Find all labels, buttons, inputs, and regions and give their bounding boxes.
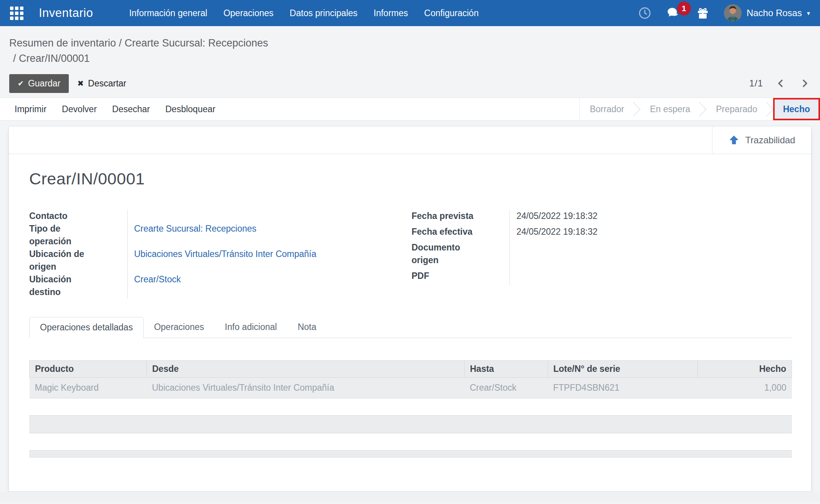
gift-icon[interactable] (696, 6, 709, 20)
menu-item[interactable]: Informes (373, 8, 408, 18)
field-value[interactable]: 24/05/2022 19:18:32 (510, 210, 792, 225)
breadcrumb[interactable]: Resumen de inventario / Crearte Sucursal… (0, 26, 820, 69)
cell-producto[interactable]: Magic Keyboard (30, 378, 147, 398)
messages-icon[interactable]: 1 (666, 6, 682, 20)
table-header-row: ProductoDesdeHastaLote/N° de serieHecho (30, 361, 792, 378)
status-step-label: Hecho (783, 104, 810, 114)
notebook-tabs: Operaciones detalladas Operaciones Info … (29, 317, 792, 338)
statusbar-button[interactable]: Devolver (62, 104, 97, 114)
field-value[interactable]: 24/05/2022 19:18:32 (510, 225, 792, 241)
field-value[interactable] (127, 210, 412, 222)
menu-item[interactable]: Operaciones (223, 8, 273, 18)
top-navbar: Inventario Información generalOperacione… (0, 0, 820, 26)
empty-row-placeholder (29, 415, 792, 433)
save-button[interactable]: ✔ Guardar (9, 74, 69, 93)
column-header[interactable]: Hasta (465, 361, 548, 378)
cell-lote[interactable]: FTPFD4SBN621 (548, 378, 698, 398)
column-header[interactable]: Hecho (698, 361, 792, 378)
field-row: PDF (412, 270, 792, 285)
field-row: Contacto (29, 210, 412, 222)
form-sheet: Trazabilidad Crear/IN/00001 Contacto (8, 126, 812, 492)
field-row: Ubicación de origen Ubicaciones Virtuale… (29, 248, 412, 273)
table-row[interactable]: Magic Keyboard Ubicaciones Virtuales/Trá… (30, 378, 792, 398)
arrow-up-icon (729, 135, 739, 146)
cell-hasta[interactable]: Crear/Stock (465, 378, 548, 398)
menu-item[interactable]: Datos principales (290, 8, 357, 18)
menu-item[interactable]: Configuración (424, 8, 479, 18)
cell-desde[interactable]: Ubicaciones Virtuales/Tránsito Inter Com… (147, 378, 465, 398)
field-label: Fecha prevista (412, 210, 510, 225)
user-name: Nacho Rosas (747, 8, 802, 18)
pager-previous-icon[interactable] (775, 77, 787, 90)
status-step[interactable]: Preparado (706, 98, 767, 120)
field-label: Tipo de operación (29, 222, 127, 248)
pager-next-icon[interactable] (798, 77, 811, 90)
action-row: ✔ Guardar ✖ Descartar 1/1 (0, 69, 820, 98)
field-row: Fecha efectiva 24/05/2022 19:18:32 (412, 225, 792, 241)
user-menu[interactable]: Nacho Rosas ▾ (724, 4, 810, 22)
tab[interactable]: Operaciones detalladas (29, 317, 144, 338)
field-row: Tipo de operación Crearte Sucursal: Rece… (29, 222, 412, 248)
field-row: Ubicación destino Crear/Stock (29, 273, 412, 298)
field-groups: Contacto Tipo de operación Crearte Sucur… (29, 210, 792, 298)
field-value[interactable] (510, 270, 792, 285)
status-step[interactable]: Hecho (773, 98, 820, 120)
menu-item[interactable]: Información general (129, 8, 207, 18)
tab[interactable]: Nota (287, 317, 327, 338)
field-label: Contacto (29, 210, 127, 222)
notification-badge: 1 (677, 2, 691, 15)
activities-clock-icon[interactable] (638, 6, 652, 20)
field-group-left: Contacto Tipo de operación Crearte Sucur… (29, 210, 412, 298)
field-row: Fecha prevista 24/05/2022 19:18:32 (412, 210, 792, 225)
app-title[interactable]: Inventario (39, 6, 93, 20)
chevron-down-icon: ▾ (807, 10, 810, 17)
status-step[interactable]: En espera (640, 98, 700, 120)
tab-label: Operaciones detalladas (40, 322, 133, 332)
button-box: Trazabilidad (9, 126, 811, 154)
field-value[interactable]: Ubicaciones Virtuales/Tránsito Inter Com… (127, 248, 412, 273)
operations-table: ProductoDesdeHastaLote/N° de serieHecho … (29, 360, 792, 398)
page: Inventario Información generalOperacione… (0, 0, 820, 504)
bottom-strip (0, 492, 820, 502)
traceability-button[interactable]: Trazabilidad (712, 126, 811, 154)
column-header[interactable]: Desde (147, 361, 465, 378)
record-title[interactable]: Crear/IN/00001 (29, 169, 792, 188)
empty-row-placeholder (29, 450, 792, 458)
field-value[interactable]: Crear/Stock (127, 273, 412, 298)
navbar-systray: 1 (638, 4, 810, 22)
avatar (724, 4, 742, 22)
tab-label: Nota (298, 322, 317, 332)
statusbar-button[interactable]: Desbloquear (165, 104, 215, 114)
pager: 1/1 (749, 77, 811, 90)
breadcrumb-line-1[interactable]: Resumen de inventario / Crearte Sucursal… (9, 35, 820, 51)
statusbar-steps: Borrador En espera Preparado Hecho (579, 98, 820, 120)
cell-hecho[interactable]: 1,000 (698, 378, 792, 398)
save-label: Guardar (28, 78, 60, 89)
discard-label: Descartar (88, 78, 126, 89)
main-menu: Información generalOperacionesDatos prin… (129, 8, 479, 18)
check-icon: ✔ (18, 79, 24, 88)
statusbar-button[interactable]: Desechar (112, 104, 150, 114)
tab[interactable]: Info adicional (214, 317, 287, 338)
column-header[interactable]: Lote/N° de serie (548, 361, 698, 378)
field-label: Documento origen (412, 241, 510, 270)
status-step-label: En espera (650, 104, 690, 114)
field-group-right: Fecha prevista 24/05/2022 19:18:32 Fecha… (412, 210, 792, 298)
tab-label: Operaciones (154, 322, 204, 332)
field-value[interactable]: Crearte Sucursal: Recepciones (127, 222, 412, 248)
tab[interactable]: Operaciones (144, 317, 214, 338)
field-value[interactable] (510, 241, 792, 270)
statusbar-buttons: ImprimirDevolverDesecharDesbloquear (0, 98, 579, 120)
field-label: PDF (412, 270, 510, 285)
column-header[interactable]: Producto (30, 361, 147, 378)
field-row: Documento origen (412, 241, 792, 270)
statusbar-button[interactable]: Imprimir (15, 104, 46, 114)
traceability-label: Trazabilidad (745, 135, 795, 146)
field-label: Ubicación de origen (29, 248, 127, 273)
field-label: Ubicación destino (29, 273, 127, 298)
status-step-label: Borrador (590, 104, 624, 114)
sheet-body: Crear/IN/00001 Contacto Tipo de operació… (9, 169, 811, 458)
apps-menu-icon[interactable] (10, 7, 23, 20)
discard-button[interactable]: ✖ Descartar (77, 78, 126, 89)
statusbar: ImprimirDevolverDesecharDesbloquear Borr… (0, 98, 820, 121)
